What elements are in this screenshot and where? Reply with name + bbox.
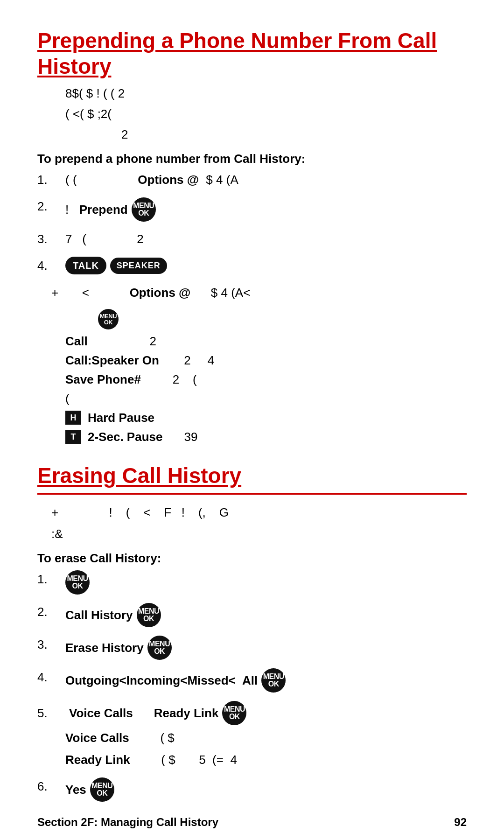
plus-row-menu: MENUOK [51,305,467,329]
sub-item-2sec-pause: T 2-Sec. Pause 39 [65,430,467,444]
plus-block: + < Options @ $ 4 (A< MENUOK [37,283,467,329]
step-num-1: 1. [37,171,65,189]
section2-step-4: 4. Outgoing<Incoming<Missed< All MENUOK [37,668,467,693]
h-icon: H [65,411,81,425]
menu-badge-plus: MENUOK [98,309,119,329]
t-icon: T [65,430,81,444]
sub-label-save-phone: Save Phone# [65,372,141,387]
menu-badge-s2-step4: MENUOK [261,668,286,693]
s2-step2-label: Call History [65,606,133,624]
section1-instruction: To prepend a phone number from Call Hist… [37,152,467,166]
s2-step-num-5: 5. [37,704,65,722]
s2-step3-label: Erase History [65,639,144,657]
step2-prepend: Prepend [79,201,128,219]
section2-step-5: 5. Voice Calls Ready Link MENUOK Voice C… [37,701,467,769]
step2-prefix: ! [65,201,76,219]
s2-step-content-6: Yes MENUOK [65,777,467,802]
section2-step-1: 1. MENUOK [37,570,467,595]
s2-step-num-3: 3. [37,636,65,654]
footer-section-label: Section 2F: Managing Call History [37,816,218,829]
s2-step5-ready: Ready Link [154,704,219,722]
section1-step-4: 4. TALK SPEAKER [37,257,467,275]
s2-step4-all: All [239,672,258,690]
step-content-1: ( ( Options @ $ 4 (A [65,171,467,189]
section2-intro-line1: + ! ( < F ! (, G [37,503,467,523]
step1-options: Options @ [138,171,199,189]
step-content-2: ! Prepend MENUOK [65,197,467,222]
section2-intro-line2: :& [37,525,467,544]
s2-step5-ready-desc: ( $ 5 (= 4 [138,751,237,769]
s2-step6-yes: Yes [65,781,86,799]
sub-label-hard-pause: Hard Pause [88,411,154,425]
menu-badge-s2-step5: MENUOK [222,701,246,725]
section1-intro-line2: ( <( $ ;2( [65,105,467,124]
menu-badge-s2-step6: MENUOK [90,777,114,802]
sub-desc-save-phone: 2 ( [146,372,197,387]
sub-item-call: Call 2 [65,334,467,349]
footer-page-number: 92 [454,816,467,829]
red-divider [37,493,467,495]
step-content-4: TALK SPEAKER [65,257,467,274]
sub-desc-call: 2 [92,334,156,349]
s2-step5-voice: Voice Calls [69,704,133,722]
s2-step4-label: Outgoing<Incoming<Missed< [65,672,236,690]
s2-step-content-2: Call History MENUOK [65,603,467,627]
sub-label-2sec-pause: 2-Sec. Pause [88,430,162,444]
section2-instruction: To erase Call History: [37,551,467,566]
talk-badge: TALK [65,257,106,274]
sub-label-call: Call [65,334,88,349]
step1-text: ( ( [65,171,134,189]
page-footer: Section 2F: Managing Call History 92 [37,816,467,829]
section1-intro: 8$( $ ! ( ( 2 ( <( $ ;2( 2 [37,84,467,144]
sub-item-save-phone: Save Phone# 2 ( [65,372,467,387]
sub-desc-2sec-pause: 39 [167,430,197,444]
s2-step-content-4: Outgoing<Incoming<Missed< All MENUOK [65,668,467,693]
s2-step5-sub2: Ready Link ( $ 5 (= 4 [65,751,237,769]
section1-step-3: 3. 7 ( 2 [37,230,467,248]
section2-step-3: 3. Erase History MENUOK [37,636,467,660]
sub-desc-call-speaker: 2 4 [164,353,214,368]
s2-step-num-6: 6. [37,777,65,796]
section1-intro-line1: 8$( $ ! ( ( 2 [65,84,467,104]
sub-item-call-speaker: Call:Speaker On 2 4 [65,353,467,368]
s2-step5-voice-label: Voice Calls [65,729,129,747]
s2-step-num-1: 1. [37,570,65,588]
menu-badge-s2-step3: MENUOK [147,636,172,660]
section2-step-6: 6. Yes MENUOK [37,777,467,802]
s2-step5-voice-desc: ( $ [137,729,175,747]
section2-step-2: 2. Call History MENUOK [37,603,467,627]
section1-sub-list: Call 2 Call:Speaker On 2 4 Save Phone# 2… [37,334,467,444]
menu-badge-s2-step2: MENUOK [137,603,161,627]
s2-step-content-1: MENUOK [65,570,467,595]
menu-badge-s2-step1: MENUOK [65,570,90,595]
plus-row-1: + < Options @ $ 4 (A< [51,283,467,303]
s2-step5-space [137,704,150,722]
section1-steps: 1. ( ( Options @ $ 4 (A 2. ! Prepend MEN… [37,171,467,275]
step-num-4: 4. [37,257,65,275]
section2-title: Erasing Call History [37,463,467,489]
s2-step5-ready-label: Ready Link [65,751,130,769]
section2-steps: 1. MENUOK 2. Call History MENUOK 3. Eras… [37,570,467,802]
sub-label-call-speaker: Call:Speaker On [65,353,159,368]
section1-step-2: 2. ! Prepend MENUOK [37,197,467,222]
section1-title: Prepending a Phone Number From Call Hist… [37,28,467,79]
section1-intro-line3: 2 [65,125,467,145]
step-num-2: 2. [37,197,65,216]
step-num-3: 3. [37,230,65,248]
s2-step-num-4: 4. [37,668,65,686]
s2-step-content-3: Erase History MENUOK [65,636,467,660]
section2-container: Erasing Call History + ! ( < F ! (, G :&… [37,463,467,802]
menu-badge-step2: MENUOK [132,197,156,222]
s2-step5-sub1: Voice Calls ( $ [65,729,237,747]
sub-item-hard-pause: H Hard Pause [65,411,467,425]
step3-text: 7 ( 2 [65,230,144,248]
speaker-badge: SPEAKER [110,258,167,274]
sub-paren-text: ( [65,392,70,406]
s2-step-num-2: 2. [37,603,65,621]
sub-item-paren: ( [65,392,467,406]
step-content-3: 7 ( 2 [65,230,467,248]
section1-step-1: 1. ( ( Options @ $ 4 (A [37,171,467,189]
step1-after: $ 4 (A [203,171,238,189]
s2-step-content-5: Voice Calls Ready Link MENUOK [69,701,467,725]
